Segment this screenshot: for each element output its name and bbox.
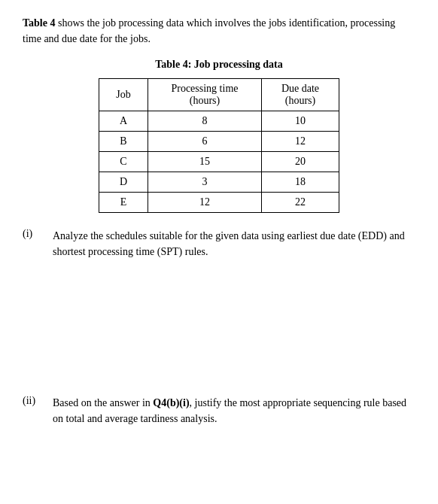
cell-job: E (99, 193, 148, 213)
cell-processing-time: 15 (148, 152, 261, 172)
table-title: Table 4: Job processing data (23, 59, 415, 71)
col-header-job: Job (99, 79, 148, 111)
cell-due-date: 20 (262, 152, 339, 172)
cell-processing-time: 8 (148, 111, 261, 132)
cell-job: D (99, 172, 148, 193)
cell-due-date: 12 (262, 132, 339, 152)
cell-job: A (99, 111, 148, 132)
question-ii-label: (ii) (23, 395, 45, 407)
table-row: C1520 (99, 152, 339, 172)
table-row: D318 (99, 172, 339, 193)
cell-processing-time: 3 (148, 172, 261, 193)
table-row: A810 (99, 111, 339, 132)
table-header-row: Job Processing time (hours) Due date (ho… (99, 79, 339, 111)
question-i-label: (i) (23, 228, 45, 240)
table-section: Table 4: Job processing data Job Process… (23, 59, 415, 213)
table-row: E1222 (99, 193, 339, 213)
cell-due-date: 22 (262, 193, 339, 213)
col-header-due-date: Due date (hours) (262, 79, 339, 111)
cell-due-date: 10 (262, 111, 339, 132)
question-ii-section: (ii) Based on the answer in Q4(b)(i), ju… (23, 395, 415, 427)
table-body: A810B612C1520D318E1222 (99, 111, 339, 213)
question-ii-bold-ref: Q4(b)(i) (153, 397, 189, 408)
job-processing-table: Job Processing time (hours) Due date (ho… (99, 78, 339, 213)
cell-job: B (99, 132, 148, 152)
col-header-processing-time: Processing time (hours) (148, 79, 261, 111)
question-i-text: Analyze the schedules suitable for the g… (53, 228, 415, 260)
intro-paragraph: Table 4 Table 4 shows the job processing… (23, 15, 415, 47)
table-row: B612 (99, 132, 339, 152)
table-title-bold: Table 4 (155, 59, 187, 70)
question-ii-text: Based on the answer in Q4(b)(i), justify… (53, 395, 415, 427)
cell-job: C (99, 152, 148, 172)
question-i-section: (i) Analyze the schedules suitable for t… (23, 228, 415, 260)
cell-due-date: 18 (262, 172, 339, 193)
table-title-rest: : Job processing data (188, 59, 283, 70)
intro-text-static: shows the job processing data which invo… (23, 17, 395, 44)
table-reference-bold: Table 4 (23, 17, 55, 29)
cell-processing-time: 6 (148, 132, 261, 152)
cell-processing-time: 12 (148, 193, 261, 213)
